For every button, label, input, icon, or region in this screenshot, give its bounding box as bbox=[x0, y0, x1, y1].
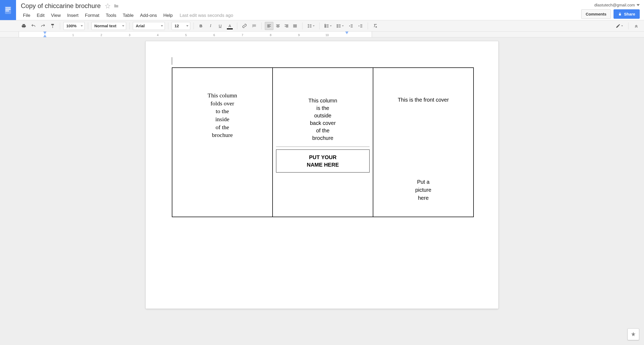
menu-addons[interactable]: Add-ons bbox=[137, 11, 160, 20]
text-color-button[interactable]: A bbox=[226, 22, 234, 30]
font-size-value: 12 bbox=[174, 24, 179, 28]
ruler-number: 3 bbox=[129, 33, 130, 37]
col2-text[interactable]: This columnis theoutsideback coverof the… bbox=[276, 73, 370, 142]
ruler-number: 5 bbox=[185, 33, 187, 37]
paint-format-button[interactable] bbox=[49, 22, 57, 30]
align-justify-button[interactable] bbox=[291, 22, 299, 30]
bold-button[interactable]: B bbox=[197, 22, 205, 30]
menu-insert[interactable]: Insert bbox=[64, 11, 82, 20]
collapse-toolbar-button[interactable] bbox=[632, 22, 640, 30]
ruler-number: 8 bbox=[270, 33, 271, 37]
italic-button[interactable]: I bbox=[207, 22, 215, 30]
brochure-table[interactable]: This columnfolds overto theinsideof theb… bbox=[172, 67, 474, 217]
app-header: Copy of chiccarine brochure File Edit Vi… bbox=[0, 0, 644, 20]
explore-button[interactable] bbox=[627, 328, 639, 340]
ruler-number: 1 bbox=[72, 33, 74, 37]
account-menu[interactable]: dlastutech@gmail.com bbox=[594, 3, 640, 7]
menu-file[interactable]: File bbox=[20, 11, 33, 20]
horizontal-ruler[interactable]: 12345678910 bbox=[0, 32, 644, 37]
menubar: File Edit View Insert Format Tools Table… bbox=[20, 11, 577, 20]
lock-icon bbox=[618, 12, 622, 16]
menu-view[interactable]: View bbox=[48, 11, 64, 20]
font-dropdown[interactable]: Arial bbox=[133, 22, 165, 30]
page[interactable]: This columnfolds overto theinsideof theb… bbox=[146, 41, 498, 309]
bulleted-list-button[interactable] bbox=[335, 22, 345, 30]
ruler-number: 7 bbox=[242, 33, 243, 37]
paragraph-style-value: Normal text bbox=[94, 24, 117, 28]
line-spacing-button[interactable] bbox=[306, 22, 316, 30]
align-center-button[interactable] bbox=[274, 22, 282, 30]
svg-point-6 bbox=[337, 27, 337, 27]
svg-point-4 bbox=[337, 24, 337, 25]
chevron-down-icon bbox=[637, 3, 640, 7]
star-icon[interactable] bbox=[105, 3, 110, 9]
menu-help[interactable]: Help bbox=[160, 11, 176, 20]
insert-comment-button[interactable] bbox=[250, 22, 258, 30]
brochure-col-3[interactable]: This is the front cover Put apicturehere bbox=[373, 68, 473, 217]
menu-edit[interactable]: Edit bbox=[33, 11, 48, 20]
clear-formatting-button[interactable] bbox=[371, 22, 379, 30]
editing-mode-button[interactable] bbox=[614, 22, 624, 30]
font-size-dropdown[interactable]: 12 bbox=[172, 22, 190, 30]
decrease-indent-button[interactable] bbox=[347, 22, 355, 30]
col1-text[interactable]: This columnfolds overto theinsideof theb… bbox=[176, 73, 269, 139]
insert-link-button[interactable] bbox=[240, 22, 249, 30]
docs-home-button[interactable] bbox=[0, 0, 16, 20]
col2-divider bbox=[276, 147, 370, 147]
share-button-label: Share bbox=[624, 12, 635, 16]
underline-button[interactable]: U bbox=[216, 22, 224, 30]
brochure-col-1[interactable]: This columnfolds overto theinsideof theb… bbox=[172, 68, 272, 217]
ruler-number: 6 bbox=[214, 33, 215, 37]
menu-table[interactable]: Table bbox=[119, 11, 137, 20]
folder-icon[interactable] bbox=[114, 3, 119, 9]
menu-tools[interactable]: Tools bbox=[103, 11, 120, 20]
document-canvas[interactable]: This columnfolds overto theinsideof theb… bbox=[0, 37, 644, 345]
comments-button[interactable]: Comments bbox=[581, 9, 611, 19]
zoom-dropdown[interactable]: 100% bbox=[63, 22, 85, 30]
paragraph-style-dropdown[interactable]: Normal text bbox=[91, 22, 126, 30]
col3-picture-placeholder[interactable]: Put apicturehere bbox=[377, 103, 470, 202]
ruler-number: 2 bbox=[100, 33, 102, 37]
increase-indent-button[interactable] bbox=[356, 22, 364, 30]
toolbar: 100% Normal text Arial 12 B I U A 123 bbox=[0, 20, 644, 32]
share-button[interactable]: Share bbox=[614, 9, 640, 19]
brochure-col-2[interactable]: This columnis theoutsideback coverof the… bbox=[272, 68, 373, 217]
align-right-button[interactable] bbox=[282, 22, 290, 30]
font-value: Arial bbox=[136, 24, 145, 28]
print-button[interactable] bbox=[20, 22, 28, 30]
svg-text:3: 3 bbox=[325, 26, 326, 28]
align-left-button[interactable] bbox=[265, 22, 273, 30]
zoom-value: 100% bbox=[66, 24, 76, 28]
svg-point-5 bbox=[337, 25, 337, 26]
col3-title[interactable]: This is the front cover bbox=[377, 73, 470, 103]
redo-button[interactable] bbox=[39, 22, 47, 30]
menu-format[interactable]: Format bbox=[82, 11, 103, 20]
ruler-number: 10 bbox=[325, 33, 329, 37]
ruler-number: 4 bbox=[157, 33, 158, 37]
ruler-number: 9 bbox=[298, 33, 300, 37]
document-title[interactable]: Copy of chiccarine brochure bbox=[20, 2, 102, 10]
explore-icon bbox=[630, 331, 636, 337]
name-box[interactable]: PUT YOURNAME HERE bbox=[276, 150, 370, 172]
docs-logo-icon bbox=[3, 6, 13, 15]
last-edit-text[interactable]: Last edit was seconds ago bbox=[176, 13, 233, 18]
undo-button[interactable] bbox=[29, 22, 37, 30]
text-cursor bbox=[172, 57, 172, 65]
numbered-list-button[interactable]: 123 bbox=[323, 22, 333, 30]
account-email: dlastutech@gmail.com bbox=[594, 3, 635, 7]
